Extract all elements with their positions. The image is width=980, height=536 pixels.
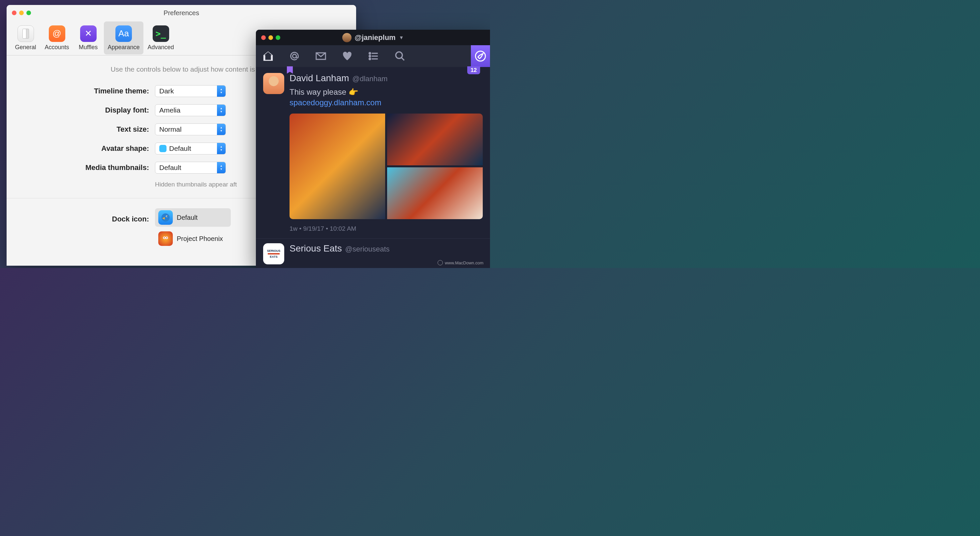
select-value: Dark — [159, 87, 174, 95]
display-font-select[interactable]: Amelia — [155, 104, 226, 116]
timeline-window: @janieplum ▼ 12 — [256, 30, 490, 268]
tab-messages[interactable] — [313, 48, 329, 64]
tab-label: Muffles — [79, 44, 98, 51]
svg-point-15 — [396, 52, 402, 58]
tab-search[interactable] — [392, 48, 408, 64]
window-controls — [256, 35, 280, 40]
unread-badge[interactable]: 12 — [467, 66, 480, 74]
avatar-shape-preview-icon — [159, 145, 167, 152]
post-text: This way please 👉 spacedoggy.dlanham.com — [290, 87, 483, 108]
post-author-name[interactable]: Serious Eats — [290, 243, 342, 254]
dock-option-phoenix[interactable]: Project Phoenix — [155, 230, 231, 248]
minimize-button[interactable] — [269, 35, 273, 40]
media-thumbnail[interactable] — [290, 113, 385, 219]
media-thumbnails-label: Media thumbnails: — [20, 163, 155, 172]
timeline-toolbar — [256, 45, 490, 67]
select-value: Default — [169, 145, 191, 153]
svg-point-12 — [369, 53, 371, 54]
display-font-label: Display font: — [20, 106, 155, 115]
select-value: Amelia — [159, 106, 180, 114]
dock-icon-options: Default Project Phoenix — [155, 208, 231, 248]
stepper-icon — [217, 124, 226, 135]
aa-icon: Aa — [115, 26, 132, 42]
minimize-button[interactable] — [19, 11, 24, 15]
avatar — [342, 33, 352, 42]
tab-label: Accounts — [45, 44, 69, 51]
x-icon: ✕ — [80, 26, 97, 42]
zoom-button[interactable] — [276, 35, 280, 40]
post[interactable]: David Lanham @dlanham This way please 👉 … — [263, 73, 483, 232]
post-timestamp: 1w • 9/19/17 • 10:02 AM — [290, 225, 483, 232]
account-handle: @janieplum — [355, 34, 396, 42]
tab-accounts[interactable]: @ Accounts — [41, 21, 73, 54]
text-size-select[interactable]: Normal — [155, 123, 226, 135]
stepper-icon — [217, 162, 226, 173]
avatar[interactable]: SERIOUSEATS — [263, 243, 284, 264]
svg-point-13 — [369, 56, 371, 57]
svg-point-2 — [167, 216, 167, 217]
timeline-theme-select[interactable]: Dark — [155, 85, 226, 97]
timeline-theme-label: Timeline theme: — [20, 87, 155, 96]
text-size-label: Text size: — [20, 125, 155, 134]
serious-eats-logo-icon: SERIOUSEATS — [263, 243, 284, 264]
close-button[interactable] — [12, 11, 16, 15]
timeline-titlebar: @janieplum ▼ — [256, 30, 490, 45]
preferences-titlebar: Preferences — [6, 5, 356, 21]
svg-point-8 — [293, 54, 296, 58]
tab-general[interactable]: General — [10, 21, 41, 54]
media-thumbnail[interactable] — [387, 168, 483, 219]
tab-muffles[interactable]: ✕ Muffles — [73, 21, 104, 54]
svg-point-0 — [162, 214, 170, 222]
at-icon: @ — [49, 26, 65, 42]
post-author-handle[interactable]: @dlanham — [353, 75, 388, 83]
svg-point-5 — [164, 237, 165, 238]
watermark: www.MacDown.com — [438, 260, 484, 265]
post-author-name[interactable]: David Lanham — [290, 73, 349, 83]
avatar-shape-select[interactable]: Default — [155, 143, 226, 155]
tab-label: Advanced — [147, 44, 174, 51]
dock-icon-label: Dock icon: — [20, 208, 155, 223]
phoenix-icon — [158, 231, 173, 246]
terminal-icon: >_ — [153, 26, 169, 42]
stepper-icon — [217, 105, 226, 116]
svg-point-6 — [166, 237, 167, 238]
window-controls — [6, 11, 31, 15]
divider — [256, 238, 490, 239]
timeline-content: 12 David Lanham @dlanham This way please… — [256, 67, 490, 264]
stepper-icon — [217, 86, 226, 97]
post-media[interactable] — [290, 113, 483, 219]
bird-icon — [158, 210, 173, 225]
svg-line-16 — [401, 57, 404, 61]
tab-home[interactable] — [260, 48, 276, 64]
post-link[interactable]: spacedoggy.dlanham.com — [290, 98, 381, 107]
svg-point-14 — [369, 58, 371, 59]
dock-option-label: Project Phoenix — [177, 235, 223, 242]
media-thumbnail[interactable] — [387, 113, 483, 165]
compose-button[interactable] — [471, 45, 490, 67]
zoom-button[interactable] — [26, 11, 31, 15]
svg-point-7 — [267, 56, 269, 58]
dock-option-default[interactable]: Default — [155, 208, 231, 227]
chevron-down-icon: ▼ — [399, 35, 404, 40]
post-author-handle[interactable]: @seriouseats — [345, 245, 390, 254]
tab-label: Appearance — [108, 44, 140, 51]
preferences-title: Preferences — [6, 9, 356, 17]
tab-lists[interactable] — [365, 48, 382, 64]
tab-mentions[interactable] — [286, 48, 303, 64]
select-value: Normal — [159, 125, 182, 133]
tab-label: General — [15, 44, 36, 51]
select-value: Default — [159, 164, 181, 172]
tab-advanced[interactable]: >_ Advanced — [143, 21, 178, 54]
tab-likes[interactable] — [339, 48, 355, 64]
avatar[interactable] — [263, 73, 284, 94]
switch-icon — [18, 26, 34, 42]
tab-appearance[interactable]: Aa Appearance — [104, 21, 143, 54]
bookmark-icon — [287, 66, 293, 73]
stepper-icon — [217, 143, 226, 154]
media-thumbnails-select[interactable]: Default — [155, 162, 226, 174]
dock-option-label: Default — [177, 214, 197, 222]
close-button[interactable] — [261, 35, 266, 40]
account-switcher[interactable]: @janieplum ▼ — [256, 33, 490, 42]
avatar-shape-label: Avatar shape: — [20, 144, 155, 153]
